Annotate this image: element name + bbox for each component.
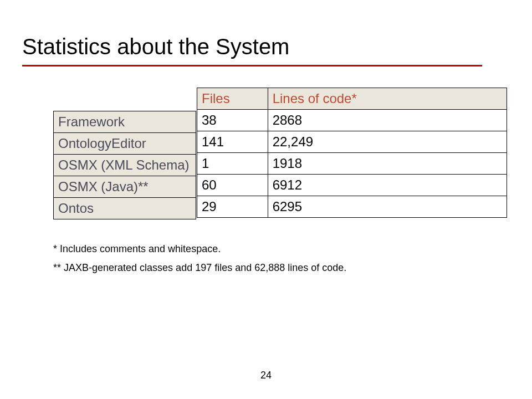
cell-files: 38	[197, 110, 268, 131]
table-row: 29 6295	[197, 196, 507, 218]
cell-lines: 22,249	[268, 131, 507, 153]
table-row: 60 6912	[197, 175, 507, 196]
cell-files: 1	[197, 153, 268, 175]
page-title: Statistics about the System	[22, 34, 482, 59]
table-row: 1 1918	[197, 153, 507, 175]
cell-lines: 6295	[268, 196, 507, 218]
page-number: 24	[0, 370, 532, 381]
row-label: OSMX (Java)**	[54, 176, 196, 198]
footnote-1: * Includes comments and whitespace.	[53, 239, 346, 258]
stats-table: Files Lines of code* 38 2868 141 22,249 …	[197, 88, 507, 218]
title-block: Statistics about the System	[22, 34, 482, 66]
cell-files: 141	[197, 131, 268, 153]
row-label: OntologyEditor	[54, 133, 196, 155]
col-header-lines: Lines of code*	[268, 88, 507, 110]
row-label: OSMX (XML Schema)	[54, 155, 196, 176]
cell-lines: 1918	[268, 153, 507, 175]
footnote-2: ** JAXB-generated classes add 197 files …	[53, 258, 346, 277]
slide: Statistics about the System Framework On…	[0, 0, 532, 399]
table-row: 38 2868	[197, 110, 507, 131]
row-label: Ontos	[54, 198, 196, 219]
cell-files: 29	[197, 196, 268, 218]
title-underline	[22, 65, 482, 66]
cell-lines: 2868	[268, 110, 507, 131]
col-header-files: Files	[197, 88, 268, 110]
footnotes: * Includes comments and whitespace. ** J…	[53, 239, 346, 277]
row-label: Framework	[54, 111, 196, 133]
cell-files: 60	[197, 175, 268, 196]
table-row-labels: Framework OntologyEditor OSMX (XML Schem…	[53, 111, 197, 219]
cell-lines: 6912	[268, 175, 507, 196]
table-row: 141 22,249	[197, 131, 507, 153]
